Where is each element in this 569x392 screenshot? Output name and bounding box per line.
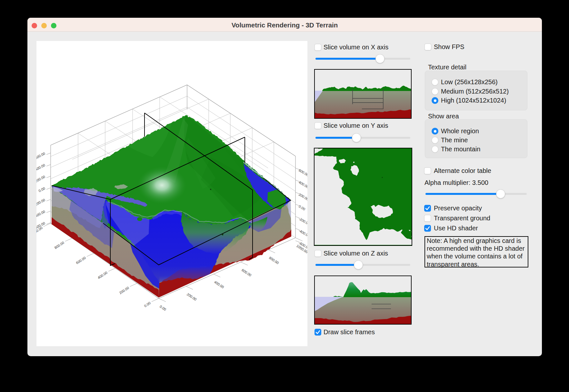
svg-text:-400.00: -400.00 [298,228,307,238]
svg-text:600.00: 600.00 [36,151,46,160]
svg-text:200.00: 200.00 [36,175,46,183]
svg-text:0.00: 0.00 [144,301,152,308]
svg-text:0.00: 0.00 [159,305,167,312]
svg-text:400.00: 400.00 [36,209,46,218]
svg-text:400.00: 400.00 [214,280,225,289]
svg-text:200.00: 200.00 [298,192,307,201]
svg-text:-200.00: -200.00 [298,216,307,226]
svg-text:0.00: 0.00 [298,204,306,211]
svg-text:400.00: 400.00 [97,271,108,280]
svg-text:0.00: 0.00 [38,186,46,193]
svg-text:600.00: 600.00 [298,168,307,177]
svg-text:400.00: 400.00 [298,180,307,189]
svg-text:600.00: 600.00 [241,268,252,277]
svg-text:200.00: 200.00 [186,292,197,301]
svg-text:200.00: 200.00 [118,286,130,295]
svg-text:800.00: 800.00 [268,256,280,265]
svg-text:400.00: 400.00 [36,163,46,171]
svg-text:800.00: 800.00 [54,241,65,250]
svg-text:600.00: 600.00 [75,256,86,265]
svg-text:200.00: 200.00 [36,198,46,206]
